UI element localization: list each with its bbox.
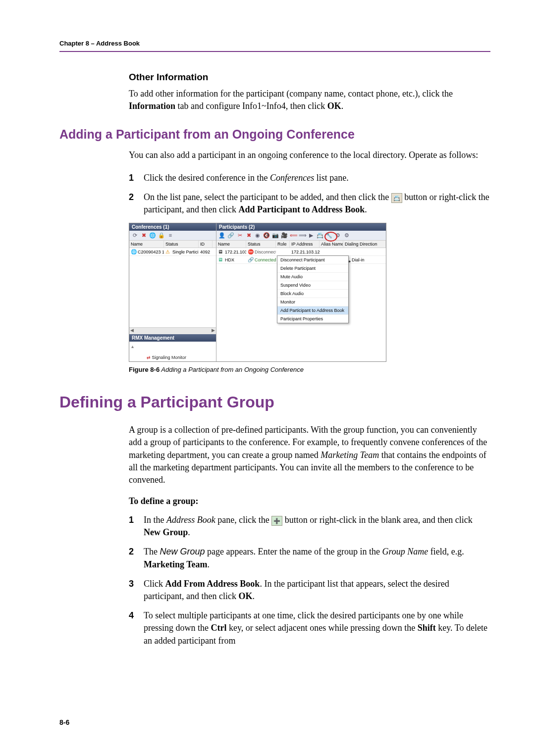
participant-row-1[interactable]: 🖥172.21.103.1 ⛔Disconnected 172.21.103.1… (216, 248, 386, 256)
to-define-label: To define a group: (129, 496, 490, 506)
forward-icon[interactable]: ⟹ (299, 232, 306, 239)
list-icon[interactable]: ≡ (167, 232, 174, 239)
disconnect-icon[interactable]: ✂ (236, 232, 243, 239)
participant-context-menu: Disconnect Participant Delete Participan… (277, 255, 349, 323)
step-2: 2 The New Group page appears. Enter the … (129, 546, 490, 570)
menu-add-to-addressbook[interactable]: Add Participant to Address Book (277, 306, 348, 315)
lock-icon[interactable]: 🔒 (158, 232, 165, 239)
marketing-team-italic: Marketing Team (321, 450, 379, 460)
delete-icon[interactable]: ✖ (245, 232, 252, 239)
conferences-pane: Conferences (1) ⟳ ✖ 🌐 🔒 ≡ Name Status ID… (129, 223, 216, 361)
marketing-team-bold: Marketing Team (144, 559, 208, 569)
delete-icon[interactable]: ✖ (140, 232, 147, 239)
conf-scrollbar[interactable]: ◀▶ (129, 327, 216, 334)
defining-intro: A group is a collection of pre-defined p… (129, 424, 490, 486)
text: tab and configure Info1~Info4, then clic… (175, 101, 327, 111)
play-icon[interactable]: ▶ (308, 232, 315, 239)
text: . (188, 527, 190, 537)
ok-label: OK (327, 101, 341, 111)
figure-8-6: Conferences (1) ⟳ ✖ 🌐 🔒 ≡ Name Status ID… (129, 223, 490, 362)
menu-monitor[interactable]: Monitor (277, 298, 348, 306)
step-text: Click Add From Address Book. In the part… (144, 578, 490, 603)
camera-icon[interactable]: 📷 (272, 232, 279, 239)
add-to-addressbook-icon: 📇 (391, 193, 402, 203)
conferences-italic: Conferences (270, 173, 314, 183)
ok-bold: OK (238, 591, 252, 601)
menu-properties[interactable]: Participant Properties (277, 315, 348, 323)
collapse-icon[interactable]: ▴ (131, 344, 134, 349)
endpoint-icon: 🖥 (218, 257, 224, 262)
text: In the (144, 515, 166, 525)
globe-icon[interactable]: 🌐 (149, 232, 156, 239)
addressbook-icon[interactable]: 📇 (317, 232, 323, 239)
tool3-icon[interactable]: ⚙ (343, 232, 350, 239)
menu-suspend[interactable]: Suspend Video (277, 281, 348, 290)
col-status[interactable]: Status (164, 241, 199, 248)
p-role (276, 252, 290, 252)
adding-steps: 1 Click the desired conference in the Co… (129, 172, 490, 216)
conference-row[interactable]: 🌐C20090423 1 ⚠Single Participant 4092 (129, 248, 216, 256)
add-from-addressbook-bold: Add From Address Book (165, 579, 260, 589)
figure-caption: Figure 8-6 Adding a Participant from an … (129, 366, 490, 373)
p-alias (320, 252, 343, 252)
endpoint-icon: 🖥 (218, 249, 224, 254)
signaling-monitor[interactable]: ⇄ Signaling Monitor (147, 355, 186, 360)
menu-block[interactable]: Block Audio (277, 290, 348, 298)
adding-participant-heading: Adding a Participant from an Ongoing Con… (59, 127, 490, 142)
record-icon[interactable]: ◉ (254, 232, 261, 239)
step-number: 4 (129, 609, 144, 647)
text: pane, click the (215, 515, 271, 525)
col-id[interactable]: ID (199, 241, 213, 248)
step-number: 1 (129, 514, 144, 539)
step-4: 4 To select multiple participants at one… (129, 609, 490, 647)
text: . (365, 204, 367, 214)
text: page appears. Enter the name of the grou… (205, 547, 382, 556)
p-ip: 172.21.103.127 (290, 249, 320, 255)
col-ip[interactable]: IP Address (290, 241, 320, 248)
menu-delete[interactable]: Delete Participant (277, 264, 348, 273)
ctrl-bold: Ctrl (211, 623, 226, 633)
col-role[interactable]: Role (276, 241, 290, 248)
step-text: The New Group page appears. Enter the na… (144, 546, 490, 570)
conf-column-headers: Name Status ID (129, 241, 216, 248)
add-participant-bold: Add Participant to Address Book (238, 204, 365, 214)
col-dial[interactable]: Dialing Direction (343, 241, 386, 248)
rmx-screenshot: Conferences (1) ⟳ ✖ 🌐 🔒 ≡ Name Status ID… (129, 223, 386, 362)
participants-title: Participants (2) (216, 223, 386, 231)
col-name[interactable]: Name (216, 241, 246, 248)
menu-disconnect[interactable]: Disconnect Participant (277, 256, 348, 264)
menu-mute[interactable]: Mute Audio (277, 273, 348, 281)
disconnected-icon: ⛔ (248, 249, 254, 254)
page-number: 8-6 (59, 718, 69, 726)
text: . (208, 559, 210, 569)
new-group-icon: ➕ (271, 516, 282, 526)
participants-pane: Participants (2) 👤 🔗 ✂ ✖ ◉ 🔇 📷 🎥 ⟸ ⟹ ▶ 📇… (216, 223, 386, 361)
conferences-title: Conferences (1) (129, 223, 216, 231)
mute-icon[interactable]: 🔇 (263, 232, 270, 239)
connect-icon[interactable]: 🔗 (227, 232, 234, 239)
step-3: 3 Click Add From Address Book. In the pa… (129, 578, 490, 603)
figure-label: Figure 8-6 (129, 366, 160, 373)
conf-name: C20090423 1 (138, 250, 164, 254)
video-icon[interactable]: 🎥 (281, 232, 288, 239)
conference-icon: 🌐 (131, 249, 137, 254)
step-number: 3 (129, 578, 144, 603)
conf-status: Single Participant (172, 250, 199, 254)
col-alias[interactable]: Alias Name (320, 241, 343, 248)
step-text: Click the desired conference in the Conf… (144, 172, 490, 184)
warning-icon: ⚠ (165, 249, 171, 254)
address-book-italic: Address Book (166, 515, 215, 525)
text: key, or select adjacent ones while press… (226, 623, 417, 633)
refresh-icon[interactable]: ⟳ (131, 232, 138, 239)
back-icon[interactable]: ⟸ (290, 232, 297, 239)
add-participant-icon[interactable]: 👤 (218, 232, 225, 239)
col-name[interactable]: Name (129, 241, 164, 248)
shift-bold: Shift (418, 623, 436, 633)
col-status[interactable]: Status (246, 241, 276, 248)
new-group-page: New Group (160, 547, 205, 556)
step-1: 1 Click the desired conference in the Co… (129, 172, 490, 184)
text: On the list pane, select the participant… (144, 192, 391, 202)
defining-steps: 1 In the Address Book pane, click the ➕ … (129, 514, 490, 647)
p-dial (343, 252, 386, 252)
signal-icon: ⇄ (147, 355, 151, 360)
